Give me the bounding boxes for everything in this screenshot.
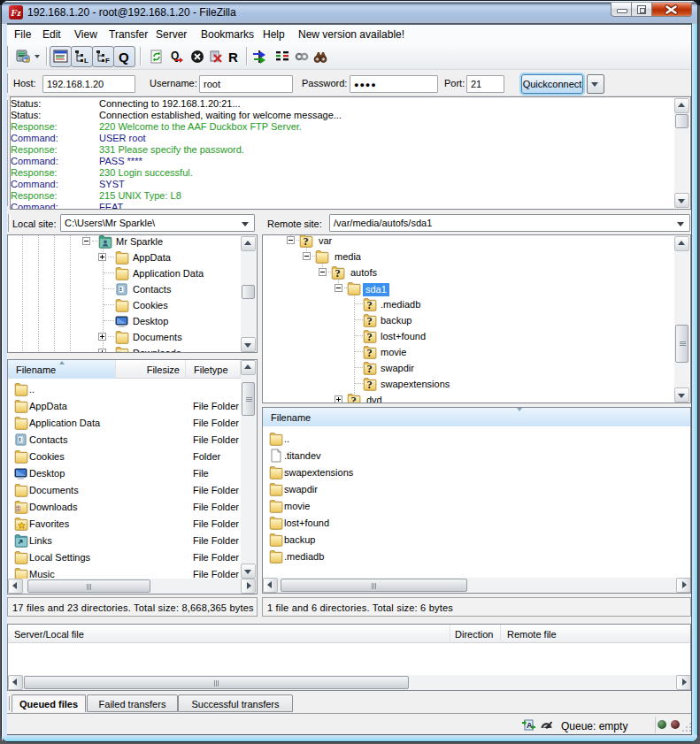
svg-text:L: L — [84, 57, 88, 65]
svg-text:Q: Q — [119, 50, 129, 65]
svg-text:R: R — [228, 50, 238, 64]
svg-text:F: F — [105, 57, 110, 65]
svg-text:A: A — [527, 721, 533, 730]
